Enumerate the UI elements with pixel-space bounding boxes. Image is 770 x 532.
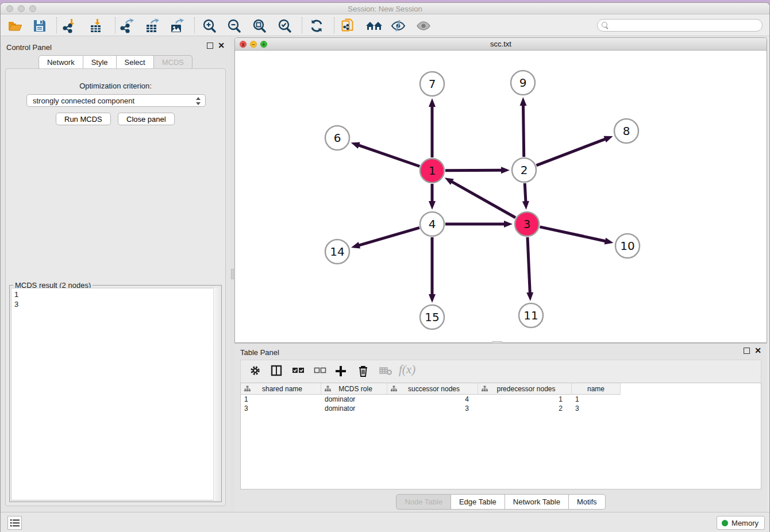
network-canvas[interactable]: 7968124314101511 [235,51,767,342]
criterion-selected-value: strongly connected component [33,97,134,105]
table-cell: 3 [387,404,478,413]
table-cell: 3 [241,404,321,413]
graph-node-label: 9 [519,76,527,90]
refresh-view-icon[interactable] [309,18,324,33]
table-panel: Table Panel ✕ [234,343,767,514]
tab-edge-table[interactable]: Edge Table [451,494,505,510]
edge-2-9[interactable] [523,105,524,157]
tab-style[interactable]: Style [83,55,117,70]
window-title: Session: New Session [1,5,769,13]
select-all-icon[interactable] [291,365,305,376]
table-row[interactable]: 3dominator323 [241,404,761,413]
zoom-in-icon[interactable] [202,18,217,33]
add-column-icon[interactable] [334,365,347,377]
tab-select[interactable]: Select [117,55,154,70]
edge-3-1[interactable] [451,182,515,218]
edge-2-8[interactable] [536,139,606,165]
tab-network-table[interactable]: Network Table [505,494,569,510]
mcds-result-box: MCDS result (2 nodes) 13 [9,285,222,502]
edge-arrowhead [605,238,614,245]
edge-arrowhead [351,242,360,249]
close-panel-button[interactable]: Close panel [118,113,175,125]
column-header-successor-nodes[interactable]: successor nodes [387,383,478,395]
toolbar-separator [194,17,195,33]
edge-1-6[interactable] [358,145,419,166]
table-panel-title: Table Panel [240,348,279,357]
clone-network-icon[interactable] [341,18,356,33]
table-panel-close-icon[interactable]: ✕ [754,348,761,354]
hide-selected-icon[interactable] [391,18,406,33]
first-neighbors-icon[interactable] [365,18,384,33]
tab-network[interactable]: Network [38,55,83,70]
control-panel-tabs: NetworkStyleSelectMCDS [1,55,230,70]
export-image-icon[interactable] [170,18,184,33]
table-cell: 1 [572,395,621,404]
delete-column-icon[interactable] [357,365,369,377]
graph-node-label: 2 [521,163,528,177]
table-header-row: shared nameMCDS rolesuccessor nodesprede… [241,383,761,395]
mcds-result-list[interactable]: 13 [11,288,220,500]
table-panel-float-icon[interactable] [744,348,750,354]
edge-3-11[interactable] [528,237,530,294]
import-network-icon[interactable] [63,18,78,33]
tab-motifs[interactable]: Motifs [569,494,606,510]
graph-node-label: 10 [620,239,634,253]
search-input[interactable] [613,20,756,30]
toolbar-separator [334,17,334,33]
network-frame-titlebar[interactable]: x − + scc.txt [235,38,767,51]
edge-2-3[interactable] [525,183,526,202]
table-cell: 1 [478,395,572,404]
show-all-icon[interactable] [416,18,431,33]
column-header-MCDS-role[interactable]: MCDS role [321,383,387,395]
search-box [597,19,763,32]
zoom-fit-icon[interactable] [252,18,267,33]
zoom-selected-icon[interactable] [277,18,292,33]
settings-icon[interactable] [249,365,261,376]
delete-table-icon[interactable] [379,365,392,376]
zoom-out-icon[interactable] [226,18,241,33]
mcds-panel: Optimization criterion: strongly connect… [5,68,226,506]
mcds-result-scrollbar[interactable] [213,288,220,500]
column-header-predecessor-nodes[interactable]: predecessor nodes [478,383,572,395]
window-titlebar: Session: New Session [1,3,769,14]
column-layout-icon[interactable] [271,365,282,376]
edge-arrowhead [429,294,436,303]
open-session-icon[interactable] [7,18,22,33]
optimization-criterion-label: Optimization criterion: [6,82,225,90]
deselect-all-icon[interactable] [313,365,327,376]
graph-node-label: 6 [334,131,341,145]
run-mcds-button[interactable]: Run MCDS [56,113,111,125]
graph-node-label: 8 [623,124,630,138]
vertical-splitter[interactable] [230,36,234,514]
app-window: Session: New Session [0,2,770,532]
edge-arrowhead [445,178,454,185]
memory-button[interactable]: Memory [717,516,765,530]
tab-node-table[interactable]: Node Table [396,494,451,510]
edge-4-14[interactable] [358,228,419,245]
edge-arrowhead [526,292,533,301]
edge-arrowhead [429,201,436,210]
table-row[interactable]: 1dominator411 [241,395,761,404]
control-panel-close-icon[interactable]: ✕ [218,43,225,49]
export-table-icon[interactable] [145,18,160,33]
memory-label: Memory [732,519,759,527]
control-panel-float-icon[interactable] [207,43,213,49]
edge-1-2[interactable] [445,170,502,171]
export-network-icon[interactable] [120,18,135,33]
control-panel: Control Panel ✕ NetworkStyleSelectMCDS O… [1,36,230,514]
tab-mcds[interactable]: MCDS [154,55,192,70]
task-history-button[interactable] [7,516,22,530]
mcds-result-line: 1 [14,290,220,299]
table-toolbar: f(x) [240,360,761,383]
edge-3-10[interactable] [540,227,606,241]
table-cell: 2 [478,404,572,413]
column-header-name[interactable]: name [572,383,621,395]
table-panel-tabs: Node TableEdge TableNetwork TableMotifs [234,494,767,510]
criterion-select[interactable]: strongly connected component [26,94,206,107]
column-header-shared-name[interactable]: shared name [241,383,321,395]
edge-arrowhead [429,98,436,107]
function-builder-icon[interactable]: f(x) [399,363,415,377]
table-cell: dominator [321,395,387,404]
import-table-icon[interactable] [89,18,104,33]
save-session-icon[interactable] [32,18,47,33]
